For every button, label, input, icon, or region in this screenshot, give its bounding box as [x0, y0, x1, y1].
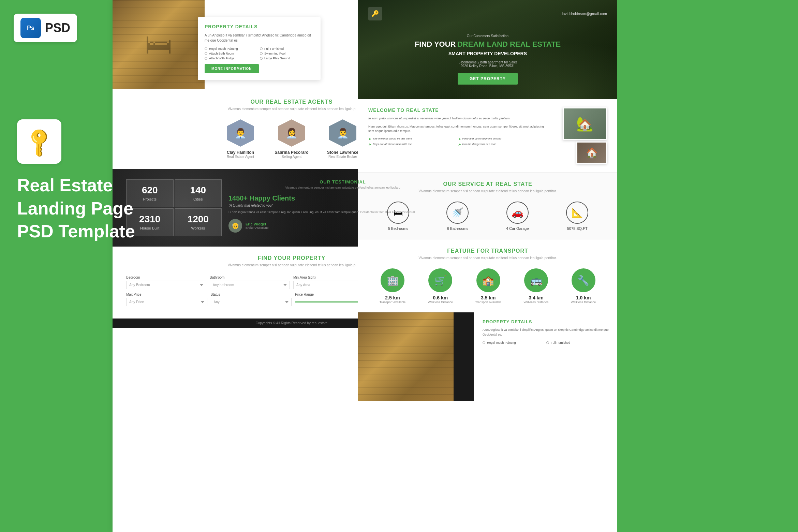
transport-item-4: 🚌 3.4 km Walkless Distance	[523, 268, 548, 304]
feature-item: Full Furnished	[260, 47, 314, 50]
max-price-group: Max.Price Any Price	[126, 293, 207, 306]
feature-bullet	[205, 47, 207, 50]
testimonial-body: Li nov lingua franca va esser simplic e …	[228, 210, 457, 215]
photoshop-icon: Ps	[20, 18, 41, 38]
max-price-select[interactable]: Any Price	[126, 298, 207, 306]
hero-email: daviddrobinson@gmail.com	[561, 12, 607, 16]
property-details-title: PROPERTY DETAILS	[205, 24, 314, 29]
welcome-body1: In enim justo, rhoncus ut, imperdiet a, …	[368, 116, 546, 121]
transport-km-5: 1.0 km	[571, 295, 596, 300]
welcome-body2: Nam eget dui. Etiam rhoncus. Maecenas te…	[368, 124, 546, 134]
transport-km-1: 2.5 km	[380, 295, 406, 300]
feature-item: Swimming Pool	[260, 52, 314, 55]
hero-main-title: FIND YOUR DREAM LAND REAL ESTATE	[368, 40, 607, 49]
agent-card-sabrina: 👩‍💼 Sabrina Pecoraro Selling Agent	[271, 119, 312, 159]
feature-bullet	[260, 52, 263, 55]
testimonial-title: OUR TESTIMONIAL	[228, 179, 457, 184]
status-label: Status	[211, 293, 292, 296]
feature-bullet	[260, 57, 263, 60]
key-icon-box: 🔑	[17, 119, 61, 164]
bullet-4: ➤ Into the dangerous of a man	[458, 143, 546, 146]
feature-item: Royal Touch Painting	[205, 47, 258, 50]
sqft-icon: 📐	[566, 202, 588, 224]
transport-km-2: 0.6 km	[428, 295, 453, 300]
hero-property-info: 5 bedrooms 2 bath apartment for Sale! 29…	[368, 60, 607, 68]
reviewer-avatar: 👴	[228, 219, 242, 233]
house-image-large	[563, 107, 607, 140]
welcome-bullets: ➤ The minimus would be last there ➤ Food…	[368, 137, 546, 146]
bullet-arrow: ➤	[458, 143, 461, 146]
testimonial-quote: "A Quality that related to you"	[228, 204, 457, 207]
bottom-features: Royal Touch Painting Full Furnished	[483, 341, 609, 344]
get-property-button[interactable]: GET PROPERTY	[458, 73, 518, 85]
happy-count: 1450+ Happy Clients	[228, 194, 457, 202]
welcome-images	[552, 107, 607, 164]
transport-section: FEATURE FOR TRANSPORT Vivamus elementum …	[358, 239, 617, 312]
transport-item-1: 🏢 2.5 km Transport Available	[380, 268, 406, 304]
psd-label: PSD	[45, 21, 70, 35]
right-panel: 🔑 daviddrobinson@gmail.com Our Customers…	[358, 0, 617, 532]
right-hero: 🔑 daviddrobinson@gmail.com Our Customers…	[358, 0, 617, 99]
bottom-feature-1: Royal Touch Painting	[483, 341, 545, 344]
bottom-property-card: PROPERTY DETAILS A un Angleso it va semb…	[474, 312, 617, 401]
stat-workers: 1200 Workers	[175, 208, 222, 236]
service-garage: 🚗 4 Car Garage	[506, 202, 529, 231]
transport-subtitle: Vivamus elementum semper nisi aenean vul…	[368, 256, 607, 260]
transport-icon-5: 🔧	[572, 268, 595, 292]
transport-km-3: 3.5 km	[475, 295, 501, 300]
transport-label-3: Transport Available	[475, 300, 501, 304]
feature-bullet	[205, 52, 207, 55]
clay-name: Clay Hamilton	[220, 150, 261, 155]
bullet-1: ➤ The minimus would be last there	[368, 137, 456, 141]
transport-km-4: 3.4 km	[523, 295, 548, 300]
max-price-label: Max.Price	[126, 293, 207, 296]
bottom-bedroom-image	[358, 312, 454, 401]
transport-icons-row: 🏢 2.5 km Transport Available 🛒 0.6 km Wa…	[368, 268, 607, 304]
transport-icon-4: 🚌	[524, 268, 548, 292]
stone-name: Stone Lawrence	[322, 150, 363, 155]
sabrina-name: Sabrina Pecoraro	[271, 150, 312, 155]
logo-icon: 🔑	[368, 7, 382, 20]
stone-avatar: 👨‍💼	[329, 119, 356, 147]
stat-cities: 140 Cities	[175, 179, 222, 207]
bullet-arrow: ➤	[368, 143, 371, 146]
bedroom-select[interactable]: Any Bedroom	[126, 281, 206, 289]
transport-label-1: Transport Available	[380, 300, 406, 304]
status-group: Status Any	[211, 293, 292, 306]
garage-icon: 🚗	[506, 202, 529, 224]
reviewer-info: Eric Widget Broker Associate	[246, 222, 269, 230]
sidebar-content: 🔑 Real Estate Landing Page PSD Template	[17, 119, 135, 243]
property-features: Royal Touch Painting Full Furnished Atta…	[205, 47, 314, 60]
transport-icon-3: 🏫	[476, 268, 500, 292]
reviewer: 👴 Eric Widget Broker Associate	[228, 219, 457, 233]
bottom-property-title: PROPERTY DETAILS	[483, 319, 609, 324]
key-icon: 🔑	[21, 124, 57, 159]
bottom-property-section: PROPERTY DETAILS A un Angleso it va semb…	[358, 312, 617, 401]
welcome-section: WELCOME TO REAL STATE In enim justo, rho…	[358, 99, 617, 173]
clay-role: Real Estate Agent	[220, 155, 261, 159]
reviewer-title: Broker Associate	[246, 226, 269, 230]
transport-icon-1: 🏢	[381, 268, 404, 292]
transport-title: FEATURE FOR TRANSPORT	[368, 248, 607, 254]
bottom-bullet	[483, 341, 485, 344]
feature-item: Attach With Fridge	[205, 57, 258, 60]
more-info-button[interactable]: MORE INFORMATION	[205, 64, 259, 73]
agent-card-clay: 👨‍💼 Clay Hamilton Real Estate Agent	[220, 119, 261, 159]
hero-tagline: Our Customers Satisfaction	[368, 34, 607, 38]
transport-label-4: Walkless Distance	[523, 300, 548, 304]
bedroom-label: Bedroom	[126, 276, 206, 279]
agent-card-stone: 👨‍💼 Stone Lawrence Real Estate Broker	[322, 119, 363, 159]
bedroom-image	[113, 0, 205, 89]
bathroom-select[interactable]: Any bathroom	[210, 281, 290, 289]
status-select[interactable]: Any	[211, 298, 292, 306]
house-image-small	[576, 142, 607, 164]
hero-nav: 🔑 daviddrobinson@gmail.com	[368, 7, 607, 20]
bullet-arrow: ➤	[458, 137, 461, 141]
transport-icon-2: 🛒	[428, 268, 452, 292]
bathroom-group: Bathroom Any bathroom	[210, 276, 290, 289]
property-details-card: PROPERTY DETAILS A un Angleso it va semb…	[198, 17, 321, 80]
bullet-2: ➤ Food and up through the ground	[458, 137, 546, 141]
clay-avatar: 👨‍💼	[227, 119, 254, 147]
feature-bullet	[205, 57, 207, 60]
sidebar-title: Real Estate Landing Page PSD Template	[17, 174, 135, 243]
